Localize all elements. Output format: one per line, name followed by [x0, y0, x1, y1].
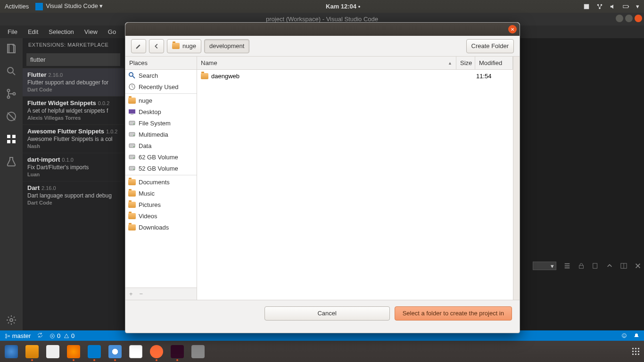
search-icon	[128, 72, 136, 79]
place-item[interactable]: nuge	[125, 95, 197, 106]
window-minimize[interactable]	[616, 15, 623, 22]
places-remove-button[interactable]: −	[140, 290, 143, 297]
folder-icon	[201, 73, 208, 79]
topbar-app[interactable]: Visual Studio Code ▾	[35, 2, 103, 10]
close-icon[interactable]	[635, 263, 641, 269]
status-problems[interactable]: 0 0	[50, 332, 74, 339]
extension-desc: Dart language support and debug	[27, 192, 119, 199]
menu-go[interactable]: Go	[103, 26, 121, 37]
place-item[interactable]: Videos	[125, 210, 197, 222]
home-icon	[128, 98, 136, 104]
svg-point-31	[133, 123, 134, 124]
place-item[interactable]: Recently Used	[125, 81, 197, 92]
place-label: 52 GB Volume	[139, 165, 178, 172]
place-label: Search	[139, 72, 158, 79]
dock-app-terminal[interactable]	[171, 345, 184, 358]
dock-app-screenshot[interactable]	[191, 345, 205, 358]
panel-dropdown[interactable]: ▾	[533, 262, 556, 270]
place-item[interactable]: 52 GB Volume	[125, 163, 197, 174]
chevron-down-icon[interactable]: ▾	[636, 3, 639, 10]
breadcrumb-parent[interactable]: nuge	[167, 39, 201, 53]
window-close[interactable]	[635, 15, 642, 22]
new-file-icon[interactable]	[592, 263, 599, 269]
list-icon[interactable]	[564, 263, 570, 269]
bell-icon[interactable]	[634, 333, 639, 338]
svg-point-6	[8, 67, 13, 73]
path-back-button[interactable]	[149, 39, 164, 53]
extension-item[interactable]: Flutter Widget Snippets0.0.2A set of hel…	[23, 96, 124, 124]
search-icon[interactable]	[6, 66, 17, 77]
chevron-up-icon[interactable]	[606, 263, 613, 269]
dock-app-text[interactable]	[129, 345, 142, 358]
extension-item[interactable]: Awesome Flutter Snippets1.0.2Awesome Flu…	[23, 124, 124, 153]
place-item[interactable]: 62 GB Volume	[125, 151, 197, 163]
place-item[interactable]: Documents	[125, 176, 197, 188]
extension-item[interactable]: dart-import0.1.0Fix Dart/Flutter's impor…	[23, 153, 124, 181]
place-label: Music	[139, 190, 155, 197]
git-branch[interactable]: master	[5, 332, 31, 339]
volume-icon[interactable]	[610, 3, 616, 10]
scm-icon[interactable]	[6, 88, 17, 99]
network-icon[interactable]	[596, 3, 603, 10]
column-modified[interactable]: Modified	[475, 57, 513, 69]
column-size[interactable]: Size	[456, 57, 475, 69]
places-add-button[interactable]: +	[129, 290, 133, 297]
extension-desc: A set of helpful widget snippets f	[27, 107, 119, 114]
beaker-icon[interactable]	[6, 156, 17, 167]
dialog-toolbar: nuge development Create Folder	[125, 36, 520, 57]
extensions-search-input[interactable]: flutter	[26, 53, 120, 66]
extension-item[interactable]: Flutter2.16.0Flutter support and debugge…	[23, 68, 124, 96]
battery-icon[interactable]	[623, 3, 629, 10]
place-item[interactable]: File System	[125, 117, 197, 129]
lock-icon[interactable]	[578, 263, 585, 269]
extension-name: Awesome Flutter Snippets	[27, 128, 104, 135]
select-folder-button[interactable]: Select a folder to create the project in	[395, 306, 512, 321]
dock-app-thunderbird[interactable]	[5, 345, 18, 358]
dock-app-chromium[interactable]	[108, 345, 122, 358]
place-item[interactable]: Music	[125, 188, 197, 199]
feedback-icon[interactable]	[621, 333, 627, 338]
place-item[interactable]: Desktop	[125, 106, 197, 117]
place-item[interactable]: Data	[125, 140, 197, 151]
place-item[interactable]: Downloads	[125, 222, 197, 233]
file-row[interactable]: daengweb11:54	[197, 70, 513, 82]
activities-button[interactable]: Activities	[5, 3, 29, 10]
explorer-icon[interactable]	[6, 43, 17, 54]
window-maximize[interactable]	[625, 15, 633, 22]
topbar-clock[interactable]: Kam 12:04 •	[103, 3, 583, 10]
split-icon[interactable]	[620, 263, 627, 269]
place-item[interactable]: Pictures	[125, 199, 197, 210]
dock-app-rhythmbox[interactable]	[46, 345, 59, 358]
extension-name: Dart	[27, 184, 40, 191]
menu-edit[interactable]: Edit	[23, 26, 43, 37]
dock-app-postman[interactable]	[150, 345, 163, 358]
place-item[interactable]: Multimedia	[125, 129, 197, 140]
extension-author: Alexis Villegas Torres	[27, 115, 119, 121]
menu-file[interactable]: File	[3, 26, 22, 37]
dock-app-vscode[interactable]	[88, 345, 101, 358]
dock-app-files[interactable]	[25, 345, 39, 358]
dialog-close-button[interactable]: ✕	[508, 25, 517, 33]
debug-icon[interactable]	[6, 111, 17, 122]
extensions-icon[interactable]	[6, 133, 17, 145]
place-item[interactable]: Search	[125, 70, 197, 81]
place-label: Desktop	[139, 108, 161, 115]
dock-app-firefox[interactable]	[67, 345, 80, 358]
menu-selection[interactable]: Selection	[44, 26, 78, 37]
dock-apps-grid[interactable]	[632, 348, 639, 355]
extension-version: 0.1.0	[62, 157, 73, 163]
extension-name: Flutter Widget Snippets	[27, 99, 96, 107]
gear-icon[interactable]	[6, 314, 17, 326]
tray-icon[interactable]	[583, 3, 590, 10]
sync-icon[interactable]	[37, 332, 43, 339]
cancel-button[interactable]: Cancel	[264, 306, 390, 321]
file-list-scrollbar[interactable]	[513, 57, 520, 300]
create-folder-button[interactable]: Create Folder	[466, 39, 514, 53]
menu-view[interactable]: View	[80, 26, 102, 37]
sidebar-title: EXTENSIONS: MARKETPLACE	[23, 38, 124, 51]
dialog-titlebar[interactable]: ✕	[125, 23, 520, 36]
breadcrumb-current[interactable]: development	[204, 39, 249, 53]
extension-item[interactable]: Dart2.16.0Dart language support and debu…	[23, 181, 124, 209]
path-edit-toggle[interactable]	[131, 39, 146, 53]
column-name[interactable]: Name▲	[197, 57, 456, 69]
